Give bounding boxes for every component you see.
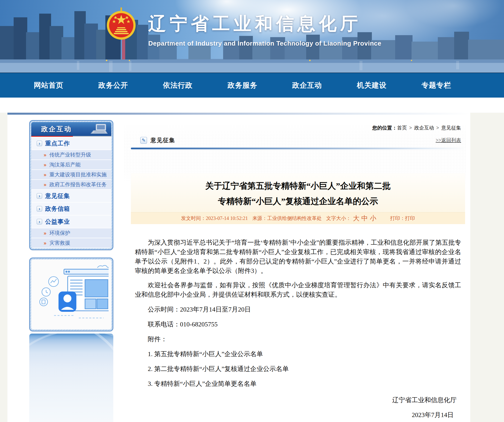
content-sheet: 政企互动 [7, 113, 470, 422]
arrow-icon [44, 172, 46, 178]
article-title-line1: 关于辽宁省第五批专精特新“小巨人”企业和第二批 [131, 181, 465, 191]
fontsize-small-button[interactable]: 小 [370, 214, 376, 223]
site-title: 辽宁省工业和信息化厅 [148, 12, 421, 36]
main-column: 您的位置：首页>政企互动>意见征集 ✎ 意见征集 >>返回列表 关于辽宁省第五批… [131, 113, 465, 420]
attachment-link[interactable]: 2. 第二批专精特新“小巨人”复核通过企业公示名单 [135, 364, 461, 374]
article-title-line2: 专精特新“小巨人”复核通过企业名单的公示 [131, 196, 465, 207]
attachment-link[interactable]: 1. 第五批专精特新“小巨人”企业公示名单 [135, 349, 461, 359]
paragraph: 欢迎社会各界参与监督，如有异议，按照《优质中小企业梯度培育管理暂行办法》中有关要… [135, 281, 461, 299]
print-label: 打印： [390, 215, 405, 222]
source-label: 来源： [252, 215, 267, 222]
breadcrumb-link[interactable]: 政企互动 [414, 125, 434, 131]
signature-org: 辽宁省工业和信息化厅 [135, 396, 461, 405]
section-header-row: ✎ 意见征集 >>返回列表 [131, 135, 465, 146]
attachments-label: 附件： [135, 335, 461, 344]
breadcrumb-link[interactable]: 首页 [397, 125, 407, 131]
header-underline [31, 136, 111, 137]
breadcrumb: 您的位置：首页>政企互动>意见征集 [131, 125, 465, 131]
sidebar-header-title: 政企互动 [41, 125, 72, 133]
main-nav: 网站首页 政务公开 依法行政 政务服务 政企互动 机关建设 专题专栏 [0, 73, 504, 98]
arrow-icon [44, 230, 46, 236]
laptop-icon [86, 124, 110, 135]
sidebar-item[interactable]: 环境保护 [31, 228, 111, 238]
arrow-icon [37, 141, 42, 146]
nav-item[interactable]: 政务服务 [223, 80, 262, 90]
nav-item[interactable]: 政务公开 [94, 80, 133, 90]
sidebar-illustration-box [29, 258, 113, 331]
sidebar-item[interactable]: 淘汰落后产能 [31, 160, 111, 169]
sidebar-menu: 重点工作 传统产业转型升级 淘汰落后产能 [31, 137, 111, 248]
article: 关于辽宁省第五批专精特新“小巨人”企业和第二批 专精特新“小巨人”复核通过企业名… [131, 173, 465, 420]
print-button[interactable]: 打印 [405, 215, 415, 222]
breadcrumb-items: 首页>政企互动>意见征集 [397, 125, 461, 131]
nav-item[interactable]: 依法行政 [158, 80, 197, 90]
sidebar-item[interactable]: 公益事业 [31, 215, 111, 228]
edit-pencil-icon: ✎ [140, 137, 147, 144]
arrow-icon [37, 193, 42, 199]
arrow-icon [44, 152, 46, 158]
article-meta: 发文时间：2023-07-14 10:52:21 来源： 工业供给侧结构性改革处… [131, 212, 465, 224]
fontsize-large-button[interactable]: 大 [353, 214, 359, 223]
paragraph: 为深入贯彻习近平总书记关于“培育一批‘专精特新’中小企业”的重要指示精神，工业和… [135, 238, 461, 276]
breadcrumb-separator: > [409, 125, 412, 131]
publicity-time: 公示时间：2023年7月14日至7月20日 [135, 305, 461, 314]
attachments-list: 1. 第五批专精特新“小巨人”企业公示名单2. 第二批专精特新“小巨人”复核通过… [135, 349, 461, 389]
arrow-icon [44, 162, 46, 168]
section-title: 意见征集 [150, 136, 175, 144]
back-to-list-link[interactable]: >>返回列表 [436, 137, 461, 144]
sidebar-decoration-panel [29, 334, 113, 422]
spacer-band [0, 98, 504, 113]
nav-item[interactable]: 政企互动 [288, 80, 326, 90]
breadcrumb-separator: > [436, 125, 439, 131]
fontsize-label: 文字大小： [326, 215, 351, 222]
fontsize-medium-button[interactable]: 中 [361, 214, 368, 223]
section-divider [131, 148, 465, 149]
breadcrumb-link[interactable]: 意见征集 [441, 125, 461, 131]
sidebar-item[interactable]: 重点工作 [31, 137, 111, 150]
online-service-illustration-icon [34, 262, 109, 327]
sidebar-item[interactable]: 灾害救援 [31, 238, 111, 248]
sidebar-item[interactable]: 重大建设项目批准和实施 [31, 170, 111, 179]
article-body: 为深入贯彻习近平总书记关于“培育一批‘专精特新’中小企业”的重要指示精神，工业和… [131, 238, 465, 420]
paragraphs: 为深入贯彻习近平总书记关于“培育一批‘专精特新’中小企业”的重要指示精神，工业和… [135, 238, 461, 299]
contact-phone: 联系电话：010-68205755 [135, 320, 461, 329]
site-banner: 辽宁省工业和信息化厅 Department of Industry and In… [0, 0, 504, 73]
nav-item[interactable]: 专题专栏 [417, 80, 456, 90]
breadcrumb-label: 您的位置： [372, 125, 397, 131]
arrow-icon [44, 182, 46, 187]
publish-time: 发文时间：2023-07-14 10:52:21 [181, 215, 248, 222]
source-value: 工业供给侧结构性改革处 [267, 215, 322, 222]
sidebar-item[interactable]: 政府工作报告和改革任务 [31, 180, 111, 189]
page-right-margin [470, 113, 504, 422]
sidebar-item[interactable]: 传统产业转型升级 [31, 150, 111, 159]
arrow-icon [44, 240, 46, 246]
sidebar-menu-box: 政企互动 [29, 120, 113, 250]
nav-list: 网站首页 政务公开 依法行政 政务服务 政企互动 机关建设 专题专栏 [29, 73, 456, 98]
arrow-icon [37, 206, 42, 211]
article-title-block: 关于辽宁省第五批专精特新“小巨人”企业和第二批 专精特新“小巨人”复核通过企业名… [131, 173, 465, 224]
nav-item[interactable]: 网站首页 [29, 80, 68, 90]
sidebar-item[interactable]: 意见征集 [31, 190, 111, 202]
national-emblem-icon [106, 7, 136, 45]
sidebar-item[interactable]: 政务信箱 [31, 203, 111, 215]
nav-item[interactable]: 机关建设 [352, 80, 391, 90]
attachment-link[interactable]: 3. 专精特新“小巨人”企业简单更名名单 [135, 379, 461, 389]
signature-date: 2023年7月14日 [135, 410, 461, 420]
site-subtitle: Department of Industry and Information T… [148, 40, 421, 47]
arrow-icon [37, 219, 42, 224]
sidebar-header: 政企互动 [31, 122, 111, 136]
